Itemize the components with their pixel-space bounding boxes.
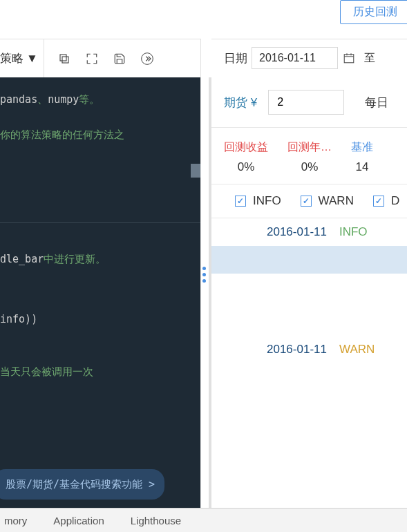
code-search-button[interactable]: 股票/期货/基金代码搜索功能 > [0,469,164,500]
checkbox-warn[interactable]: ✓ [301,196,312,207]
log-list: 2016-01-11 INFO 2016-01-11 WARN [211,218,407,363]
svg-rect-3 [344,55,354,63]
devtools-tabs: mory Application Lighthouse [0,508,407,532]
date-from-input[interactable] [252,47,338,69]
futures-label: 期货 ¥ [224,95,257,111]
futures-amount-input[interactable] [268,90,344,115]
editor-pane: 策略 ▼ pandas、numpy等。 你的算法策略的任何方法之 dle_ [0,39,200,508]
svg-rect-0 [62,57,68,63]
log-row[interactable]: 2016-01-11 INFO [211,218,407,246]
filter-d-label: D [391,194,399,208]
code-token: numpy [48,93,79,106]
metric-label: 回测年… [287,140,332,155]
code-cursor [191,164,200,178]
results-pane: 日期 至 期货 ¥ 每日 回测收益 0% 回测年… 0% 基准 14 [211,39,407,508]
drag-handle-icon [202,267,206,283]
filter-warn-label: WARN [319,194,354,208]
tab-application[interactable]: Application [53,515,104,526]
metric-backtest-return: 回测收益 0% [224,140,268,174]
checkbox-info[interactable]: ✓ [235,196,246,207]
log-row-selected[interactable] [211,246,407,274]
tab-lighthouse[interactable]: Lighthouse [131,515,181,526]
date-to-label: 至 [364,51,375,66]
metric-benchmark: 基准 14 [351,140,373,174]
calendar-icon[interactable] [342,51,356,65]
editor-toolbar: 策略 ▼ [0,39,200,77]
strategy-dropdown[interactable]: 策略 ▼ [0,39,44,77]
copy-icon[interactable] [57,51,72,66]
date-toolbar: 日期 至 [211,39,407,77]
expand-icon[interactable] [84,51,100,66]
code-line: 当天只会被调用一次 [0,362,200,382]
filter-info-label: INFO [253,194,281,208]
metric-value: 0% [287,160,332,174]
more-icon[interactable] [140,51,155,66]
metric-value: 14 [351,160,373,174]
code-separator [0,222,200,223]
pane-divider[interactable] [200,39,211,508]
frequency-label: 每日 [365,95,388,111]
svg-rect-1 [60,55,66,61]
strategy-label: 策略 [0,50,23,66]
history-backtest-button[interactable]: 历史回测 [340,0,407,24]
code-token: 、 [37,93,48,106]
tab-memory[interactable]: mory [4,515,27,526]
metrics-row: 回测收益 0% 回测年… 0% 基准 14 [211,128,407,184]
code-token: dle_bar [0,253,44,265]
code-line: 你的算法策略的任何方法之 [0,125,200,145]
chevron-down-icon: ▼ [26,52,38,66]
log-level: INFO [339,225,368,239]
checkbox-debug[interactable]: ✓ [373,196,384,207]
code-token: pandas [0,93,37,106]
log-level: WARN [339,343,375,357]
code-token: 中进行更新。 [44,253,106,265]
code-editor[interactable]: pandas、numpy等。 你的算法策略的任何方法之 dle_bar中进行更新… [0,77,200,508]
log-date: 2016-01-11 [267,225,327,239]
code-line: info)) [0,310,200,330]
params-row: 期货 ¥ 每日 [211,77,407,128]
log-filter-row: ✓ INFO ✓ WARN ✓ D [211,184,407,218]
metric-label: 回测收益 [224,140,268,155]
metric-annual-return: 回测年… 0% [287,140,332,174]
date-label: 日期 [224,50,247,66]
metric-label: 基准 [351,140,373,155]
log-row[interactable]: 2016-01-11 WARN [211,336,407,363]
code-token: 等。 [79,93,100,106]
save-icon[interactable] [112,51,127,66]
log-date: 2016-01-11 [267,343,327,357]
metric-value: 0% [224,160,268,174]
